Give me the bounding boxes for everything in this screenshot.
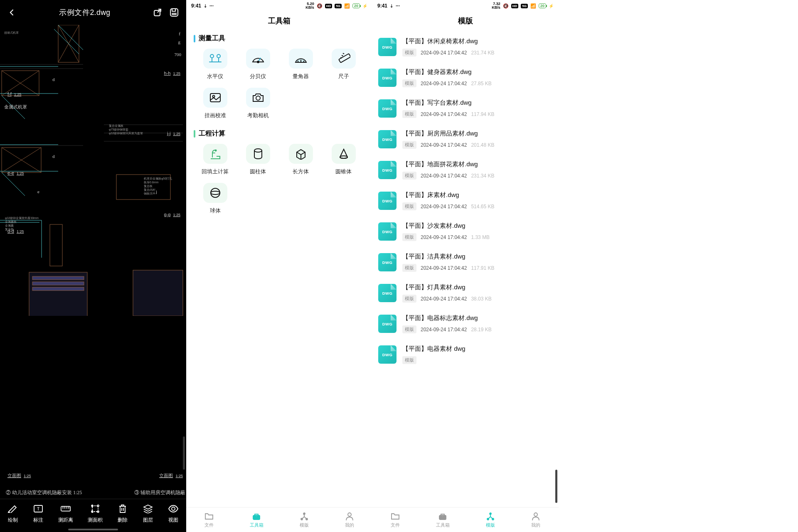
template-row[interactable]: DWG 【平面】洁具素材.dwg 模版 2024-09-24 17:04:42 …	[378, 247, 553, 278]
file-name: 【平面】地面拼花素材.dwg	[402, 160, 553, 168]
file-size: 117.91 KB	[471, 265, 494, 271]
nav-files[interactable]: 文件	[391, 512, 400, 528]
file-size: 28.19 KB	[471, 327, 491, 332]
svg-rect-1	[170, 9, 178, 16]
svg-point-43	[534, 513, 537, 516]
file-size: 231.74 KB	[471, 50, 494, 56]
template-row[interactable]: DWG 【平面】床素材.dwg 模版 2024-09-24 17:04:42 5…	[378, 185, 553, 216]
svg-point-34	[303, 513, 305, 515]
scroll-indicator[interactable]	[183, 436, 185, 470]
tool-label: 圆锥体	[335, 168, 352, 175]
template-row[interactable]: DWG 【平面】地面拼花素材.dwg 模版 2024-09-24 17:04:4…	[378, 155, 553, 185]
tool-cone[interactable]: 圆锥体	[322, 144, 365, 175]
template-list[interactable]: DWG 【平面】休闲桌椅素材.dwg 模版 2024-09-24 17:04:4…	[372, 32, 559, 507]
back-button[interactable]	[6, 6, 18, 19]
svg-point-29	[340, 156, 347, 158]
share-icon[interactable]	[151, 6, 164, 19]
delete-icon	[117, 503, 128, 514]
cylinder-icon	[246, 144, 270, 164]
nav-toolbox[interactable]: 工具箱	[250, 512, 264, 528]
nav-templates[interactable]: 模版	[300, 512, 309, 528]
tool-draw[interactable]: 绘制	[7, 503, 18, 524]
tool-cuboid[interactable]: 长方体	[279, 144, 322, 175]
dwg-file-icon: DWG	[378, 253, 397, 271]
file-size: 117.94 KB	[471, 111, 494, 117]
svg-point-40	[490, 513, 491, 515]
template-tag: 模版	[402, 110, 416, 118]
signal-icon: 📶	[344, 3, 350, 9]
svg-point-21	[217, 54, 220, 58]
tool-decibel[interactable]: 分贝仪	[236, 49, 279, 80]
tool-ruler[interactable]: 尺子	[322, 49, 365, 80]
tool-attendance-camera[interactable]: 考勤相机	[236, 88, 279, 119]
tool-annotate[interactable]: T标注	[33, 503, 44, 524]
bottom-nav: 文件工具箱模版我的	[186, 507, 372, 532]
nav-templates[interactable]: 模版	[486, 512, 495, 528]
nav-label: 模版	[486, 522, 495, 528]
dwg-file-icon: DWG	[378, 345, 397, 364]
tool-delete[interactable]: 删除	[117, 503, 128, 524]
tool-layers[interactable]: 图层	[143, 503, 153, 524]
bottom-nav: 文件工具箱模版我的	[372, 507, 559, 532]
tool-backfill[interactable]: 回填土计算	[194, 144, 236, 175]
file-size: 38.03 KB	[471, 296, 491, 302]
svg-rect-8	[32, 282, 84, 285]
template-row[interactable]: DWG 【平面】休闲桌椅素材.dwg 模版 2024-09-24 17:04:4…	[378, 32, 553, 62]
template-tag: 模版	[402, 325, 416, 333]
template-row[interactable]: DWG 【平面】灯具素材.dwg 模版 2024-09-24 17:04:42 …	[378, 278, 553, 308]
page-title: 模版	[372, 12, 559, 32]
tool-label: 尺子	[338, 73, 349, 80]
template-row[interactable]: DWG 【平面】写字台素材.dwg 模版 2024-09-24 17:04:42…	[378, 93, 553, 124]
level-icon	[203, 49, 227, 69]
tool-measure-dist[interactable]: 测距离	[58, 503, 73, 524]
tool-label: 分贝仪	[250, 73, 266, 80]
nav-mine[interactable]: 我的	[345, 512, 354, 528]
template-row[interactable]: DWG 【平面】沙发素材.dwg 模版 2024-09-24 17:04:42 …	[378, 216, 553, 247]
tool-label: 标注	[33, 517, 43, 524]
tool-cylinder[interactable]: 圆柱体	[236, 144, 279, 175]
svg-rect-7	[32, 276, 84, 280]
nav-label: 我的	[345, 522, 354, 528]
scroll-indicator[interactable]	[555, 470, 557, 503]
protractor-icon	[289, 49, 313, 69]
file-name: 【平面】写字台素材.dwg	[402, 99, 553, 107]
nav-label: 模版	[300, 522, 309, 528]
tool-sphere[interactable]: 球体	[194, 183, 236, 214]
nav-mine[interactable]: 我的	[531, 512, 540, 528]
nav-files[interactable]: 文件	[204, 512, 214, 528]
template-row[interactable]: DWG 【平面】电器素材 dwg 模版	[378, 339, 553, 370]
template-tag: 模版	[402, 356, 416, 364]
tool-label: 圆柱体	[250, 168, 266, 175]
svg-rect-23	[339, 54, 350, 63]
svg-point-19	[172, 507, 175, 510]
caption-3: ③ 辅助用房空调机隐蔽	[134, 489, 185, 496]
template-row[interactable]: DWG 【平面】电器标志素材.dwg 模版 2024-09-24 17:04:4…	[378, 308, 553, 339]
template-tag: 模版	[402, 295, 416, 303]
template-tag: 模版	[402, 79, 416, 87]
file-date: 2024-09-24 17:04:42	[421, 173, 467, 179]
tool-level[interactable]: 水平仪	[194, 49, 236, 80]
tool-protractor[interactable]: 量角器	[279, 49, 322, 80]
tool-label: 量角器	[293, 73, 309, 80]
dwg-file-icon: DWG	[378, 69, 397, 87]
svg-point-36	[306, 518, 308, 520]
tool-measure-area[interactable]: 测面积	[88, 503, 103, 524]
save-icon[interactable]	[168, 6, 180, 19]
svg-point-22	[257, 61, 259, 63]
section-calc: 工程计算	[186, 128, 372, 142]
file-name: 【平面】休闲桌椅素材.dwg	[402, 37, 553, 45]
cad-canvas[interactable]: 挂墙式机罩 复合金属板φ75镀锌钢管套φ32镀锌钢管回风管为套管 机罩后金属板φ…	[0, 25, 186, 499]
file-date: 2024-09-24 17:04:42	[421, 81, 467, 86]
dwg-file-icon: DWG	[378, 192, 397, 210]
nav-toolbox[interactable]: 工具箱	[436, 512, 450, 528]
svg-point-25	[212, 96, 214, 98]
svg-point-27	[215, 150, 216, 151]
template-row[interactable]: DWG 【平面】厨房用品素材.dwg 模版 2024-09-24 17:04:4…	[378, 124, 553, 155]
tool-picture-align[interactable]: 挂画校准	[194, 88, 236, 119]
dwg-file-icon: DWG	[378, 222, 397, 241]
tool-view[interactable]: 视图	[168, 503, 179, 524]
file-size: 514.65 KB	[471, 204, 494, 209]
file-name: 【平面】灯具素材.dwg	[402, 283, 553, 291]
nav-label: 文件	[391, 522, 400, 528]
template-row[interactable]: DWG 【平面】健身器素材.dwg 模版 2024-09-24 17:04:42…	[378, 62, 553, 93]
